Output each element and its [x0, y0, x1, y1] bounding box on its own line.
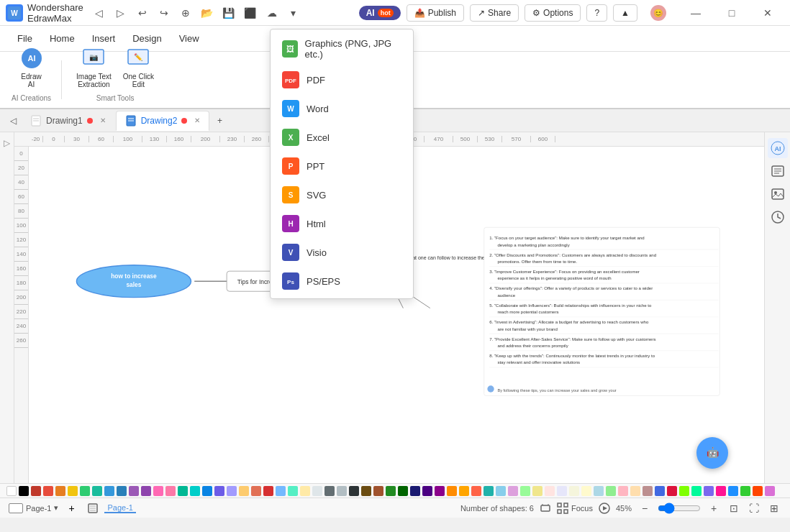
color-swatch-indigo[interactable]: [422, 486, 432, 496]
color-swatch-black[interactable]: [19, 486, 29, 496]
color-swatch-darkmagenta[interactable]: [435, 486, 445, 496]
color-swatch-orange[interactable]: [55, 486, 65, 496]
color-swatch-purple2[interactable]: [141, 486, 151, 496]
color-swatch-chartreuse[interactable]: [679, 486, 689, 496]
color-swatch-darkred[interactable]: [667, 486, 677, 496]
image-text-extraction-button[interactable]: 📷 Image TextExtraction: [72, 42, 116, 91]
color-swatch-silver[interactable]: [312, 486, 322, 496]
color-swatch-blue[interactable]: [104, 486, 114, 496]
color-swatch-orchid[interactable]: [765, 486, 775, 496]
ai-badge[interactable]: AI hot: [359, 6, 401, 20]
color-swatch-pink2[interactable]: [165, 486, 176, 496]
color-swatch-white[interactable]: [6, 486, 17, 496]
color-swatch-sienna[interactable]: [373, 486, 383, 496]
color-swatch-orangered[interactable]: [753, 486, 763, 496]
color-swatch-royalblue[interactable]: [655, 486, 665, 496]
color-swatch-navy[interactable]: [410, 486, 420, 496]
color-swatch-mint[interactable]: [178, 486, 188, 496]
color-swatch-azure[interactable]: [202, 486, 212, 496]
tabs-scroll-left[interactable]: ◁: [6, 114, 20, 128]
color-swatch-red[interactable]: [31, 486, 41, 496]
tab-drawing1[interactable]: Drawing1 ✕: [22, 111, 114, 131]
tab-drawing2[interactable]: Drawing2 ✕: [116, 111, 210, 131]
color-swatch-crimson[interactable]: [263, 486, 273, 496]
edraw-ai-button[interactable]: AI EdrawAI: [14, 42, 50, 91]
zoom-slider[interactable]: [658, 503, 701, 514]
image-panel-icon[interactable]: [768, 184, 788, 204]
color-swatch-deeppink[interactable]: [716, 486, 726, 496]
color-swatch-darkgreen[interactable]: [398, 486, 408, 496]
one-click-edit-button[interactable]: ✏️ One ClickEdit: [119, 42, 158, 91]
color-swatch-tomato[interactable]: [471, 486, 481, 496]
open-button[interactable]: 📂: [197, 3, 217, 23]
zoom-out-button[interactable]: −: [637, 501, 652, 515]
new-button[interactable]: ⊕: [176, 3, 196, 23]
color-swatch-springgreen[interactable]: [691, 486, 702, 496]
collapse-ribbon-button[interactable]: ▲: [613, 4, 637, 22]
page-1-tab[interactable]: Page-1: [104, 503, 135, 513]
color-swatch-cream[interactable]: [300, 486, 310, 496]
color-swatch-darkgray[interactable]: [349, 486, 359, 496]
options-button[interactable]: ⚙ Options: [525, 4, 581, 22]
export-visio-item[interactable]: V Visio: [271, 238, 413, 267]
color-swatch-forestgreen[interactable]: [386, 486, 396, 496]
export-ppt-item[interactable]: P PPT: [271, 152, 413, 180]
color-swatch-lightgray[interactable]: [337, 486, 347, 496]
close-button[interactable]: ✕: [751, 3, 784, 23]
color-swatch-blue2[interactable]: [117, 486, 127, 496]
color-swatch-gray[interactable]: [324, 486, 335, 496]
color-swatch-mediumslateblue[interactable]: [704, 486, 714, 496]
color-swatch-lightseagreen[interactable]: [483, 486, 494, 496]
color-swatch-navajowhite[interactable]: [630, 486, 640, 496]
color-swatch-teal[interactable]: [92, 486, 102, 496]
color-swatch-skyblue[interactable]: [496, 486, 506, 496]
color-swatch-green[interactable]: [80, 486, 90, 496]
color-swatch-khaki[interactable]: [532, 486, 542, 496]
tab-drawing1-close[interactable]: ✕: [100, 116, 106, 124]
forward-button[interactable]: ▷: [111, 3, 131, 23]
properties-panel-icon[interactable]: [768, 161, 788, 181]
tab-add-button[interactable]: +: [211, 112, 228, 129]
view-mode-button[interactable]: ⊞: [767, 501, 781, 515]
menu-view[interactable]: View: [171, 30, 208, 47]
color-swatch-lightblue[interactable]: [594, 486, 604, 496]
color-swatch-lavenderblush[interactable]: [557, 486, 567, 496]
ai-panel-icon[interactable]: AI: [768, 138, 788, 158]
history-panel-icon[interactable]: [768, 207, 788, 227]
color-swatch-gold[interactable]: [239, 486, 249, 496]
export-pdf-item[interactable]: PDF PDF: [271, 65, 413, 94]
color-swatch-mistyrose[interactable]: [545, 486, 555, 496]
export-button[interactable]: ⬛: [240, 3, 260, 23]
color-swatch-purple[interactable]: [129, 486, 139, 496]
color-swatch-sky[interactable]: [276, 486, 286, 496]
save-button[interactable]: 💾: [219, 3, 239, 23]
minimize-button[interactable]: —: [679, 3, 712, 23]
color-swatch-beige[interactable]: [569, 486, 579, 496]
cloud-button[interactable]: ☁: [262, 3, 282, 23]
fit-button[interactable]: ⊡: [727, 501, 741, 515]
zoom-in-button[interactable]: +: [707, 501, 721, 515]
color-swatch-brown[interactable]: [361, 486, 371, 496]
share-button[interactable]: ↗ Share: [470, 4, 519, 22]
export-excel-item[interactable]: X Excel: [271, 123, 413, 152]
export-graphics-item[interactable]: 🖼 Graphics (PNG, JPG etc.): [271, 32, 413, 65]
fab-assistant-button[interactable]: 🤖: [696, 437, 728, 469]
undo-button[interactable]: ↩: [132, 3, 153, 23]
color-swatch-lavender[interactable]: [227, 486, 237, 496]
color-swatch-lightpink[interactable]: [618, 486, 628, 496]
help-button[interactable]: ?: [586, 4, 607, 22]
play-icon[interactable]: [599, 503, 610, 514]
color-swatch-plum[interactable]: [508, 486, 518, 496]
color-swatch-lemon[interactable]: [581, 486, 591, 496]
color-swatch-coral[interactable]: [251, 486, 261, 496]
export-ps-eps-item[interactable]: Ps PS/EPS: [271, 267, 413, 295]
page-indicator[interactable]: Page-1 ▾: [9, 503, 58, 513]
publish-button[interactable]: 📤 Publish: [407, 4, 464, 22]
add-page-button[interactable]: +: [64, 501, 78, 515]
color-swatch-aqua[interactable]: [288, 486, 298, 496]
color-swatch-darkorange[interactable]: [447, 486, 457, 496]
color-swatch-pink[interactable]: [153, 486, 163, 496]
export-html-item[interactable]: H Html: [271, 209, 413, 238]
fullscreen-button[interactable]: ⛶: [747, 501, 761, 515]
more-button[interactable]: ▾: [283, 3, 304, 23]
